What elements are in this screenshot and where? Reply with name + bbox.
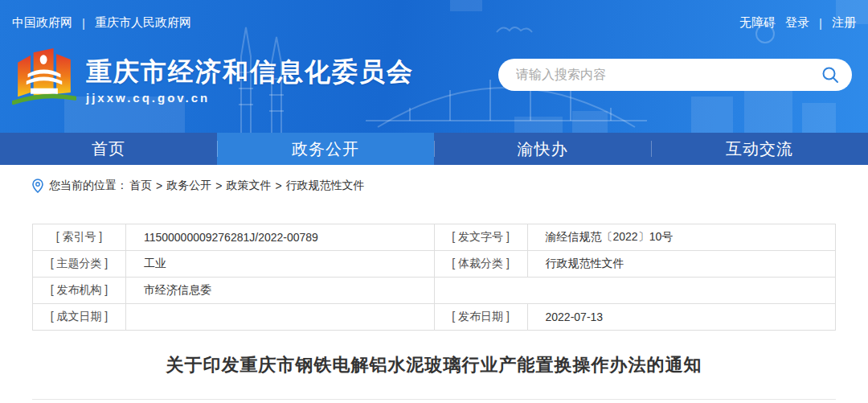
tab-government-affairs[interactable]: 政务公开 xyxy=(217,133,434,165)
link-accessibility[interactable]: 无障碍 xyxy=(739,15,776,31)
main-nav: 首页 政务公开 渝快办 互动交流 xyxy=(0,133,868,165)
breadcrumb-item-gov-affairs[interactable]: 政务公开 xyxy=(166,179,211,193)
search-icon[interactable] xyxy=(821,66,839,84)
meta-label-index-number: [ 索引号 ] xyxy=(33,224,126,251)
tab-yukuaiban[interactable]: 渝快办 xyxy=(434,133,651,165)
meta-value-document-number: 渝经信规范〔2022〕10号 xyxy=(527,224,835,251)
site-logo-emblem-icon xyxy=(12,44,76,115)
meta-label-genre-category: [ 体裁分类 ] xyxy=(434,251,527,278)
meta-label-subject-category: [ 主题分类 ] xyxy=(33,251,126,278)
page: 中国政府网 | 重庆市人民政府网 无障碍 登录 | 注册 xyxy=(0,0,868,400)
topbar: 中国政府网 | 重庆市人民政府网 无障碍 登录 | 注册 xyxy=(0,0,868,46)
meta-label-publish-date: [ 发布日期 ] xyxy=(434,304,527,331)
meta-value-issuing-agency: 市经济信息委 xyxy=(125,278,434,304)
meta-value-subject-category: 工业 xyxy=(125,251,434,278)
brand-text: 重庆市经济和信息化委员会 jjxxw.cq.gov.cn xyxy=(86,56,414,105)
topbar-right: 无障碍 登录 | 注册 xyxy=(739,15,856,31)
meta-label-written-date: [ 成文日期 ] xyxy=(33,304,126,331)
search-box xyxy=(498,59,852,91)
table-row: [ 发布机构 ] 市经济信息委 xyxy=(33,278,836,304)
meta-value-publish-date: 2022-07-13 xyxy=(527,304,835,331)
breadcrumb-item-home[interactable]: 首页 xyxy=(129,179,152,193)
link-login[interactable]: 登录 xyxy=(785,15,809,31)
breadcrumb-separator: > xyxy=(275,179,281,192)
nav-divider xyxy=(217,141,218,157)
breadcrumb: 您当前的位置： 首页 > 政务公开 > 政策文件 > 行政规范性文件 xyxy=(32,179,836,193)
site-url: jjxxw.cq.gov.cn xyxy=(86,91,414,105)
location-pin-icon xyxy=(32,179,43,193)
banner: 重庆市经济和信息化委员会 jjxxw.cq.gov.cn xyxy=(0,46,868,133)
content-divider xyxy=(32,399,836,400)
meta-label-document-number: [ 发文字号 ] xyxy=(434,224,527,251)
meta-value-written-date xyxy=(125,304,434,331)
link-register[interactable]: 注册 xyxy=(832,15,856,31)
document-meta-table: [ 索引号 ] 11500000009276281J/2022-00789 [ … xyxy=(32,224,836,331)
table-row: [ 成文日期 ] [ 发布日期 ] 2022-07-13 xyxy=(33,304,836,331)
breadcrumb-item-normative-docs[interactable]: 行政规范性文件 xyxy=(286,179,365,193)
article-title: 关于印发重庆市钢铁电解铝水泥玻璃行业产能置换操作办法的通知 xyxy=(32,353,836,377)
table-row: [ 主题分类 ] 工业 [ 体裁分类 ] 行政规范性文件 xyxy=(33,251,836,278)
meta-value-index-number: 11500000009276281J/2022-00789 xyxy=(125,224,434,251)
breadcrumb-separator: > xyxy=(215,179,222,192)
site-brand[interactable]: 重庆市经济和信息化委员会 jjxxw.cq.gov.cn xyxy=(12,44,414,115)
topbar-left: 中国政府网 | 重庆市人民政府网 xyxy=(12,15,191,31)
nav-divider xyxy=(651,141,652,157)
topbar-separator: | xyxy=(82,16,85,30)
nav-divider xyxy=(434,141,435,157)
meta-cell-empty xyxy=(434,278,835,304)
tab-interaction[interactable]: 互动交流 xyxy=(651,133,868,165)
link-china-gov[interactable]: 中国政府网 xyxy=(12,15,72,31)
site-title: 重庆市经济和信息化委员会 xyxy=(86,56,414,88)
tab-home[interactable]: 首页 xyxy=(0,133,217,165)
topbar-separator: | xyxy=(819,16,822,30)
meta-value-genre-category: 行政规范性文件 xyxy=(527,251,835,278)
search-input[interactable] xyxy=(516,68,821,82)
link-chongqing-gov[interactable]: 重庆市人民政府网 xyxy=(95,15,191,31)
breadcrumb-separator: > xyxy=(156,179,162,192)
table-row: [ 索引号 ] 11500000009276281J/2022-00789 [ … xyxy=(33,224,836,251)
meta-label-issuing-agency: [ 发布机构 ] xyxy=(33,278,126,304)
main-content: 您当前的位置： 首页 > 政务公开 > 政策文件 > 行政规范性文件 [ 索引号… xyxy=(0,179,868,400)
site-header: 中国政府网 | 重庆市人民政府网 无障碍 登录 | 注册 xyxy=(0,0,868,133)
breadcrumb-prefix: 您当前的位置： xyxy=(49,179,128,193)
breadcrumb-item-policy-files[interactable]: 政策文件 xyxy=(226,179,271,193)
